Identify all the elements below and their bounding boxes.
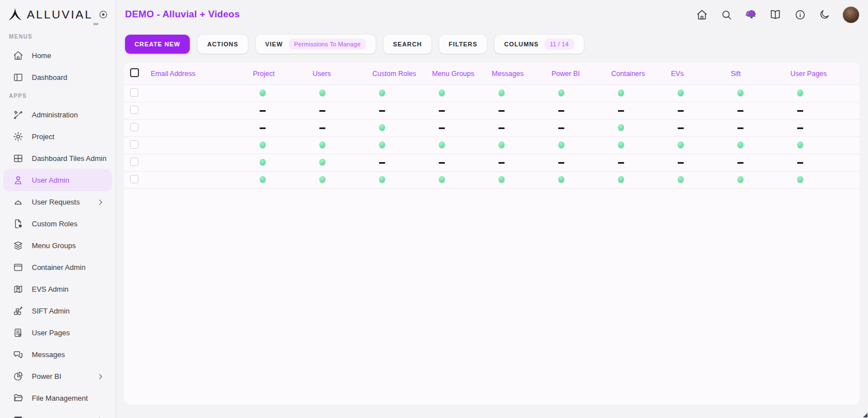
permission-cell bbox=[426, 140, 486, 150]
column-header[interactable]: Custom Roles bbox=[367, 70, 426, 78]
create-new-button[interactable]: CREATE NEW bbox=[125, 35, 190, 54]
permission-cell bbox=[426, 88, 486, 98]
column-header[interactable]: Power BI bbox=[546, 70, 606, 78]
sidebar-item-custom-roles[interactable]: Custom Roles bbox=[3, 213, 112, 235]
column-header[interactable]: Containers bbox=[606, 70, 665, 78]
view-button[interactable]: VIEW Permissions To Manage bbox=[256, 35, 376, 54]
permission-denied-dash bbox=[319, 110, 325, 112]
permission-granted-dot bbox=[379, 176, 385, 183]
sidebar-item-file-management[interactable]: File Management bbox=[3, 387, 112, 409]
permission-cell bbox=[367, 175, 426, 185]
column-header[interactable]: Users bbox=[307, 70, 367, 78]
row-checkbox-cell bbox=[124, 158, 145, 168]
sidebar-item-label: Project bbox=[32, 132, 54, 141]
permission-denied-dash bbox=[678, 162, 684, 164]
permission-denied-dash bbox=[319, 127, 325, 129]
sidebar-item-label: Custom Roles bbox=[32, 220, 78, 228]
row-checkbox[interactable] bbox=[130, 88, 138, 97]
sidebar-item-label: Menu Groups bbox=[32, 241, 76, 250]
row-checkbox[interactable] bbox=[130, 158, 138, 166]
avatar[interactable] bbox=[843, 7, 859, 23]
permission-cell bbox=[665, 106, 725, 116]
permission-cell bbox=[307, 175, 367, 185]
permission-granted-dot bbox=[439, 141, 445, 148]
search-button[interactable]: SEARCH bbox=[383, 35, 431, 54]
permission-denied-dash bbox=[618, 162, 624, 164]
permission-granted-dot bbox=[319, 89, 325, 96]
sidebar-item-partial[interactable] bbox=[3, 409, 112, 418]
sidebar-item-dashboard-tiles-admin[interactable]: Dashboard Tiles Admin bbox=[3, 148, 112, 169]
actions-button[interactable]: ACTIONS bbox=[198, 35, 248, 54]
notifications-bells-icon[interactable] bbox=[745, 8, 757, 21]
row-checkbox[interactable] bbox=[130, 106, 138, 114]
column-header[interactable]: EVs bbox=[665, 70, 725, 78]
topbar-icons bbox=[696, 7, 859, 23]
table-row bbox=[124, 154, 860, 172]
permission-denied-dash bbox=[498, 110, 505, 112]
permission-granted-dot bbox=[319, 159, 325, 165]
sidebar-item-menu-groups[interactable]: Menu Groups bbox=[3, 235, 112, 256]
permission-cell bbox=[606, 123, 665, 133]
hidden-partial-icon bbox=[12, 415, 23, 418]
filters-button[interactable]: FILTERS bbox=[439, 35, 487, 54]
sidebar-item-power-bi[interactable]: Power BI bbox=[3, 365, 112, 387]
sidebar-item-home[interactable]: Home bbox=[3, 45, 112, 66]
info-icon[interactable] bbox=[794, 8, 806, 21]
permission-cell bbox=[665, 158, 725, 168]
row-checkbox[interactable] bbox=[130, 123, 138, 131]
permission-cell bbox=[367, 88, 426, 98]
sidebar: ALLUVIAL SM MENUS Home Dashboard APPS Ad… bbox=[0, 0, 116, 418]
permission-cell bbox=[307, 158, 367, 168]
permission-cell bbox=[367, 158, 426, 168]
book-icon[interactable] bbox=[769, 8, 781, 21]
chat-bubbles-icon bbox=[12, 349, 23, 360]
sidebar-item-messages[interactable]: Messages bbox=[3, 344, 112, 365]
home-icon[interactable] bbox=[696, 8, 708, 21]
view-selected-badge: Permissions To Manage bbox=[289, 39, 366, 50]
column-header[interactable]: Project bbox=[247, 70, 307, 78]
sidebar-item-dashboard[interactable]: Dashboard bbox=[3, 66, 112, 88]
columns-button[interactable]: COLUMNS 11 / 14 bbox=[495, 35, 583, 54]
resize-grip[interactable] bbox=[863, 413, 867, 417]
permission-cell bbox=[426, 175, 486, 185]
sidebar-item-user-requests[interactable]: User Requests bbox=[3, 191, 112, 213]
permission-cell bbox=[606, 175, 665, 185]
permission-cell bbox=[367, 140, 426, 150]
select-all-checkbox[interactable] bbox=[130, 68, 139, 77]
permission-cell bbox=[725, 175, 785, 185]
permission-granted-dot bbox=[618, 176, 624, 183]
permission-cell bbox=[546, 106, 606, 116]
chevron-right-icon bbox=[97, 416, 104, 418]
column-header[interactable]: Menu Groups bbox=[426, 70, 486, 78]
sidebar-item-label: Administration bbox=[32, 111, 78, 119]
row-checkbox[interactable] bbox=[130, 140, 138, 149]
sidebar-item-administration[interactable]: Administration bbox=[3, 104, 112, 126]
sidebar-item-container-admin[interactable]: Container Admin bbox=[3, 256, 112, 278]
alluvial-logo-icon bbox=[8, 6, 22, 23]
sidebar-item-sift-admin[interactable]: SIFT Admin bbox=[3, 300, 112, 322]
search-icon[interactable] bbox=[720, 8, 732, 21]
permission-granted-dot bbox=[558, 141, 564, 148]
permission-granted-dot bbox=[558, 89, 564, 96]
dark-mode-moon-icon[interactable] bbox=[818, 8, 831, 21]
window-icon bbox=[12, 262, 23, 273]
sidebar-item-user-pages[interactable]: User Pages bbox=[3, 322, 112, 344]
column-header[interactable]: User Pages bbox=[785, 70, 845, 78]
permission-granted-dot bbox=[678, 176, 684, 183]
permission-denied-dash bbox=[260, 110, 266, 112]
row-checkbox[interactable] bbox=[130, 175, 138, 183]
sidebar-item-project[interactable]: Project bbox=[3, 126, 112, 148]
table-row bbox=[124, 85, 860, 102]
permission-denied-dash bbox=[260, 127, 266, 129]
sidebar-item-user-admin[interactable]: User Admin bbox=[3, 169, 112, 191]
sidebar-item-evs-admin[interactable]: EVS Admin bbox=[3, 278, 112, 300]
column-header[interactable]: Sift bbox=[725, 70, 785, 78]
sidebar-pin-icon[interactable] bbox=[98, 10, 108, 20]
sidebar-item-label: Messages bbox=[32, 350, 65, 359]
page-title: DEMO - Alluvial + Videos bbox=[125, 9, 240, 20]
column-header[interactable]: Messages bbox=[486, 70, 546, 78]
sidebar-item-label: Power BI bbox=[32, 372, 61, 381]
column-header[interactable]: Email Address bbox=[145, 70, 247, 78]
permission-granted-dot bbox=[260, 159, 266, 165]
row-checkbox-cell bbox=[124, 175, 145, 186]
